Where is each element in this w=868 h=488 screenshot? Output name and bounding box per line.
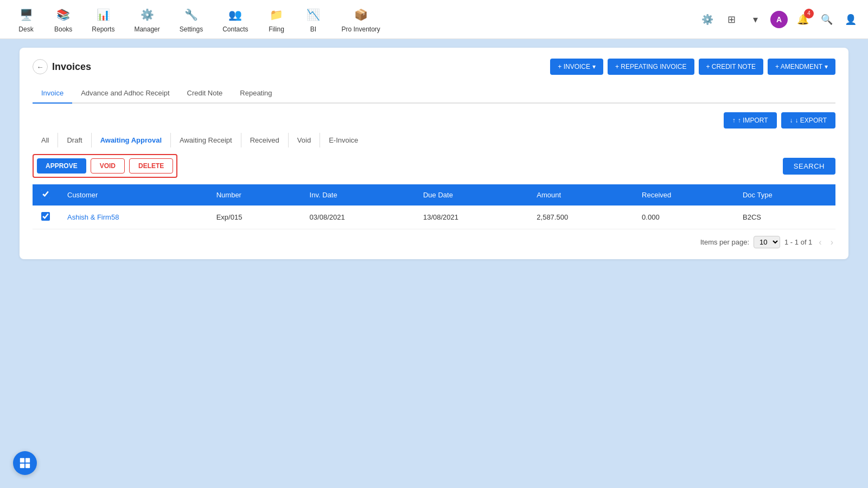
- void-button[interactable]: VOID: [91, 158, 125, 174]
- notification-badge: 4: [804, 9, 814, 18]
- user-icon[interactable]: 👤: [842, 11, 859, 28]
- svg-rect-3: [25, 464, 30, 468]
- nav-manager[interactable]: ⚙️ Manager: [125, 2, 168, 37]
- page-title: Invoices: [52, 61, 91, 73]
- select-all-checkbox[interactable]: [41, 190, 50, 198]
- approve-button[interactable]: APPROVE: [37, 158, 86, 174]
- amendment-button[interactable]: + AMENDMENT ▾: [768, 59, 835, 75]
- nav-pro-inventory-label: Pro Inventory: [341, 25, 380, 33]
- main-content: ← Invoices + INVOICE ▾ + REPEATING INVOI…: [11, 39, 857, 268]
- items-per-page-select[interactable]: 10 25 50: [754, 236, 780, 248]
- row-inv-date: 03/08/2021: [301, 206, 414, 229]
- delete-button[interactable]: DELETE: [129, 158, 173, 174]
- avatar[interactable]: A: [770, 11, 788, 28]
- grid-icon[interactable]: ⊞: [723, 11, 740, 28]
- notification-wrap: 🔔 4: [794, 11, 812, 28]
- invoice-dropdown-icon: ▾: [592, 63, 596, 70]
- settings-icon: 🔧: [182, 6, 200, 23]
- tab-credit-note[interactable]: Credit Note: [178, 84, 232, 104]
- pagination-row: Items per page: 10 25 50 1 - 1 of 1 ‹ ›: [33, 236, 835, 248]
- filter-all[interactable]: All: [33, 133, 58, 147]
- desk-icon: 🖥️: [17, 6, 35, 23]
- row-number: Exp/015: [208, 206, 301, 229]
- col-checkbox: [33, 184, 59, 206]
- nav-filing[interactable]: 📁 Filing: [259, 2, 293, 37]
- col-inv-date: Inv. Date: [301, 184, 414, 206]
- tab-repeating[interactable]: Repeating: [231, 84, 280, 104]
- repeating-invoice-label: + REPEATING INVOICE: [615, 63, 686, 70]
- import-export-row: ↑ ↑ IMPORT ↓ ↓ EXPORT: [33, 112, 835, 129]
- col-doc-type: Doc Type: [734, 184, 835, 206]
- credit-note-button[interactable]: + CREDIT NOTE: [699, 59, 763, 75]
- search-button[interactable]: SEARCH: [783, 158, 835, 175]
- import-button[interactable]: ↑ ↑ IMPORT: [724, 112, 777, 129]
- amendment-label: + AMENDMENT: [775, 63, 822, 70]
- filing-icon: 📁: [267, 6, 285, 23]
- filter-tabs: All Draft Awaiting Approval Awaiting Rec…: [33, 133, 367, 147]
- import-label: ↑ IMPORT: [738, 117, 768, 124]
- svg-rect-0: [20, 458, 24, 463]
- filter-awaiting-approval[interactable]: Awaiting Approval: [92, 133, 171, 147]
- repeating-invoice-button[interactable]: + REPEATING INVOICE: [608, 59, 694, 75]
- filter-void[interactable]: Void: [289, 133, 320, 147]
- nav-settings-label: Settings: [180, 25, 203, 33]
- row-customer: Ashish & Firm58: [59, 206, 208, 229]
- nav-manager-label: Manager: [134, 25, 159, 33]
- filter-awaiting-receipt[interactable]: Awaiting Receipt: [171, 133, 241, 147]
- manager-icon: ⚙️: [138, 6, 156, 23]
- tab-invoice[interactable]: Invoice: [33, 84, 72, 104]
- row-checkbox-cell: [33, 206, 59, 229]
- grid-bottom-icon: [19, 457, 31, 469]
- table-row: Ashish & Firm58 Exp/015 03/08/2021 13/08…: [33, 206, 835, 229]
- nav-contacts[interactable]: 👥 Contacts: [214, 2, 257, 37]
- search-icon[interactable]: 🔍: [818, 11, 835, 28]
- row-checkbox[interactable]: [41, 212, 50, 221]
- nav-bi[interactable]: 📉 BI: [296, 2, 330, 37]
- tab-advance[interactable]: Advance and Adhoc Receipt: [72, 84, 178, 104]
- gear-icon[interactable]: ⚙️: [699, 11, 716, 28]
- items-per-page-label: Items per page:: [700, 238, 749, 246]
- page-card: ← Invoices + INVOICE ▾ + REPEATING INVOI…: [20, 48, 848, 259]
- dropdown-icon[interactable]: ▾: [746, 11, 764, 28]
- credit-note-label: + CREDIT NOTE: [706, 63, 756, 70]
- filter-draft[interactable]: Draft: [58, 133, 91, 147]
- nav-reports-label: Reports: [92, 25, 114, 33]
- page-header: ← Invoices + INVOICE ▾ + REPEATING INVOI…: [33, 59, 835, 75]
- pagination-info: 1 - 1 of 1: [784, 238, 812, 246]
- nav-pro-inventory[interactable]: 📦 Pro Inventory: [333, 2, 388, 37]
- nav-contacts-label: Contacts: [222, 25, 248, 33]
- contacts-icon: 👥: [227, 6, 244, 23]
- col-due-date: Due Date: [414, 184, 528, 206]
- pagination-prev[interactable]: ‹: [816, 236, 824, 248]
- nav-settings[interactable]: 🔧 Settings: [171, 2, 212, 37]
- bi-icon: 📉: [304, 6, 322, 23]
- bottom-floating-icon[interactable]: [13, 451, 37, 475]
- nav-reports[interactable]: 📊 Reports: [83, 2, 123, 37]
- nav-right: ⚙️ ⊞ ▾ A 🔔 4 🔍 👤: [699, 11, 859, 28]
- export-icon: ↓: [790, 117, 793, 124]
- invoice-button[interactable]: + INVOICE ▾: [550, 59, 603, 75]
- nav-books[interactable]: 📚 Books: [46, 2, 81, 37]
- row-doc-type: B2CS: [734, 206, 835, 229]
- books-icon: 📚: [55, 6, 72, 23]
- filter-received[interactable]: Received: [241, 133, 289, 147]
- customer-link[interactable]: Ashish & Firm58: [67, 213, 119, 221]
- nav-bi-label: BI: [310, 25, 316, 33]
- back-button[interactable]: ←: [33, 59, 48, 74]
- table-header-row: Customer Number Inv. Date Due Date Amoun…: [33, 184, 835, 206]
- col-customer: Customer: [59, 184, 208, 206]
- pagination-next[interactable]: ›: [828, 236, 835, 248]
- export-button[interactable]: ↓ ↓ EXPORT: [781, 112, 835, 129]
- nav-desk[interactable]: 🖥️ Desk: [9, 2, 43, 37]
- row-amount: 2,587.500: [528, 206, 633, 229]
- amendment-dropdown-icon: ▾: [825, 63, 828, 70]
- invoices-table: Customer Number Inv. Date Due Date Amoun…: [33, 184, 835, 229]
- invoice-button-label: + INVOICE: [558, 63, 590, 70]
- export-label: ↓ EXPORT: [795, 117, 827, 124]
- col-amount: Amount: [528, 184, 633, 206]
- main-tabs: Invoice Advance and Adhoc Receipt Credit…: [33, 84, 835, 104]
- nav-desk-label: Desk: [18, 25, 33, 33]
- row-received: 0.000: [633, 206, 734, 229]
- pro-inventory-icon: 📦: [352, 6, 369, 23]
- filter-e-invoice[interactable]: E-Invoice: [320, 133, 367, 147]
